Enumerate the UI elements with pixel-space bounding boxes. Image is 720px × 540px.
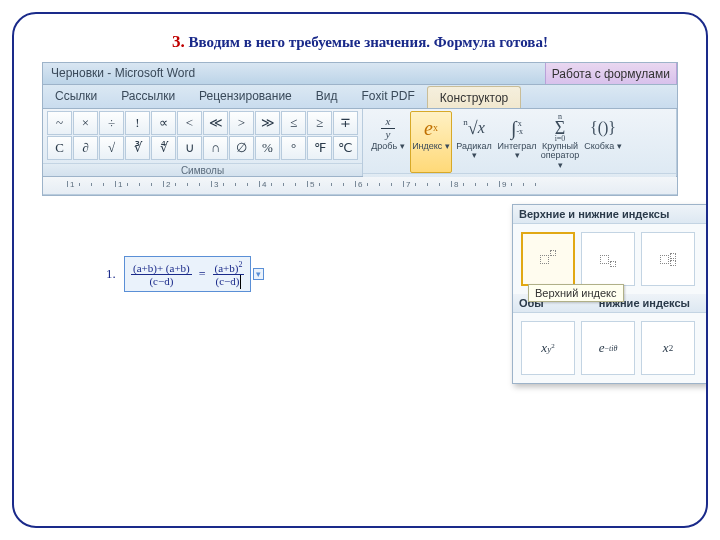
window-title: Черновки - Microsoft Word xyxy=(43,63,203,84)
ruler-label: 7 xyxy=(406,180,410,189)
symbol-button[interactable]: > xyxy=(229,111,254,135)
struct-label: Скобка ▾ xyxy=(584,142,621,151)
struct-label: Крупный оператор ▾ xyxy=(541,142,580,170)
symbol-button[interactable]: ~ xyxy=(47,111,72,135)
struct-дробь[interactable]: xyДробь ▾ xyxy=(367,111,409,173)
symbol-button[interactable]: ∩ xyxy=(203,136,228,160)
ruler-label: 3 xyxy=(214,180,218,189)
gallery-item-subscript[interactable] xyxy=(581,232,635,286)
ribbon-group-symbols: ~×÷!∝<≪>≫≤≥∓C∂√∛∜∪∩∅%°℉℃ Символы xyxy=(43,109,363,176)
ruler-label: 1 xyxy=(118,180,122,189)
ruler-label: 9 xyxy=(502,180,506,189)
gallery-row: xy2 e−tiθ x2 xyxy=(513,313,706,383)
индекс-icon: ex xyxy=(416,114,446,142)
tab-рецензирование[interactable]: Рецензирование xyxy=(187,85,304,108)
symbol-button[interactable]: ≪ xyxy=(203,111,228,135)
symbol-button[interactable]: ≤ xyxy=(281,111,306,135)
contextual-tab-label: Работа с формулами xyxy=(545,63,677,84)
symbol-button[interactable]: % xyxy=(255,136,280,160)
tab-рассылки[interactable]: Рассылки xyxy=(109,85,187,108)
gallery-item-example[interactable]: x2 xyxy=(641,321,695,375)
symbol-button[interactable]: ÷ xyxy=(99,111,124,135)
text-cursor xyxy=(240,275,241,289)
ruler[interactable]: 1123456789 xyxy=(43,177,677,195)
крупный оператор-icon: nΣi=0 xyxy=(545,114,575,142)
equation-box[interactable]: (a+b)+ (a+b) (c−d) = (a+b)2 (c−d) xyxy=(124,256,251,292)
tab-ссылки[interactable]: Ссылки xyxy=(43,85,109,108)
symbol-button[interactable]: ∂ xyxy=(73,136,98,160)
symbol-button[interactable]: ∓ xyxy=(333,111,358,135)
struct-label: Дробь ▾ xyxy=(371,142,404,151)
радикал-icon: n√x xyxy=(459,114,489,142)
symbol-button[interactable]: ! xyxy=(125,111,150,135)
скобка-icon: {()} xyxy=(588,114,618,142)
fraction-lhs: (a+b)+ (a+b) (c−d) xyxy=(131,262,192,287)
gallery-item-supersub[interactable] xyxy=(641,232,695,286)
struct-label: Радикал ▾ xyxy=(455,142,493,161)
tab-конструктор[interactable]: Конструктор xyxy=(427,86,521,108)
gallery-item-example[interactable]: e−tiθ xyxy=(581,321,635,375)
ribbon-group-structures: xyДробь ▾exИндекс ▾n√xРадикал ▾∫x-xИнтег… xyxy=(363,109,677,176)
tab-foxit pdf[interactable]: Foxit PDF xyxy=(350,85,427,108)
gallery-item-example[interactable]: xy2 xyxy=(521,321,575,375)
symbol-button[interactable]: < xyxy=(177,111,202,135)
интеграл-icon: ∫x-x xyxy=(502,114,532,142)
gallery-item-superscript[interactable] xyxy=(521,232,575,286)
titlebar: Черновки - Microsoft Word Работа с форму… xyxy=(43,63,677,85)
tab-вид[interactable]: Вид xyxy=(304,85,350,108)
struct-крупный оператор[interactable]: nΣi=0Крупный оператор ▾ xyxy=(539,111,581,173)
instruction-text: Вводим в него требуемые значения. Формул… xyxy=(189,34,548,50)
symbol-button[interactable]: ∅ xyxy=(229,136,254,160)
ruler-label: 2 xyxy=(166,180,170,189)
ruler-label: 5 xyxy=(310,180,314,189)
symbol-button[interactable]: ∝ xyxy=(151,111,176,135)
struct-label: Индекс ▾ xyxy=(412,142,450,151)
symbol-button[interactable]: ∪ xyxy=(177,136,202,160)
ruler-label: 6 xyxy=(358,180,362,189)
symbol-button[interactable]: ° xyxy=(281,136,306,160)
struct-label: Интеграл ▾ xyxy=(498,142,537,161)
symbol-button[interactable]: ≫ xyxy=(255,111,280,135)
ruler-label: 8 xyxy=(454,180,458,189)
symbol-button[interactable]: C xyxy=(47,136,72,160)
ruler-label: 4 xyxy=(262,180,266,189)
symbol-button[interactable]: ℉ xyxy=(307,136,332,160)
symbol-button[interactable]: ℃ xyxy=(333,136,358,160)
ribbon-tabs: СсылкиРассылкиРецензированиеВидFoxit PDF… xyxy=(43,85,677,109)
word-window: Черновки - Microsoft Word Работа с форму… xyxy=(42,62,678,196)
list-number: 1. xyxy=(106,266,116,282)
symbol-button[interactable]: ≥ xyxy=(307,111,332,135)
symbol-grid: ~×÷!∝<≪>≫≤≥∓C∂√∛∜∪∩∅%°℉℃ xyxy=(47,111,358,163)
instruction-heading: 3. Вводим в него требуемые значения. Фор… xyxy=(14,14,706,62)
ruler-label: 1 xyxy=(70,180,74,189)
symbol-button[interactable]: × xyxy=(73,111,98,135)
gallery-header: Верхние и нижние индексы xyxy=(513,205,706,224)
ribbon-group-label: Символы xyxy=(43,163,362,176)
struct-радикал[interactable]: n√xРадикал ▾ xyxy=(453,111,495,173)
struct-интеграл[interactable]: ∫x-xИнтеграл ▾ xyxy=(496,111,538,173)
symbol-button[interactable]: ∛ xyxy=(125,136,150,160)
ribbon: ~×÷!∝<≪>≫≤≥∓C∂√∛∜∪∩∅%°℉℃ Символы xyДробь… xyxy=(43,109,677,177)
fraction-rhs: (a+b)2 (c−d) xyxy=(213,260,245,289)
instruction-number: 3. xyxy=(172,32,185,51)
struct-скобка[interactable]: {()}Скобка ▾ xyxy=(582,111,624,173)
tooltip: Верхний индекс xyxy=(528,284,624,302)
struct-индекс[interactable]: exИндекс ▾ xyxy=(410,111,452,173)
symbol-button[interactable]: √ xyxy=(99,136,124,160)
equals-sign: = xyxy=(195,267,210,281)
symbol-button[interactable]: ∜ xyxy=(151,136,176,160)
дробь-icon: xy xyxy=(373,114,403,142)
